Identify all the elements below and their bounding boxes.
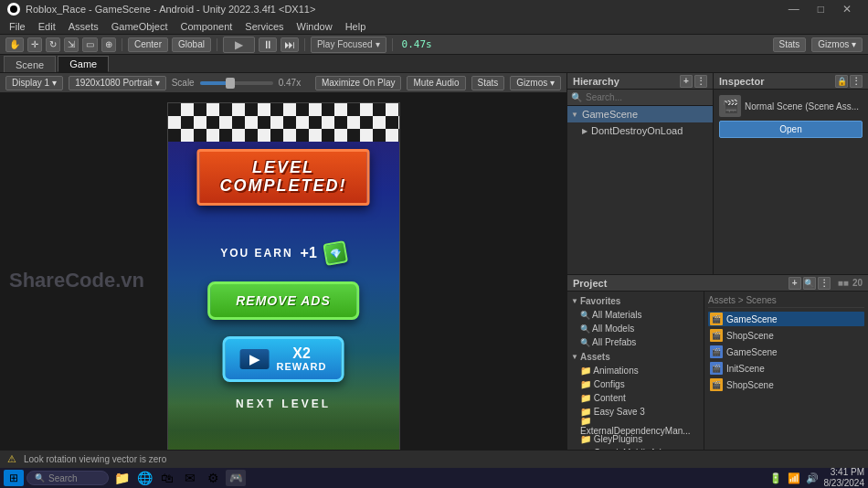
taskbar-wifi-icon: 📶 — [788, 472, 800, 484]
x2-label: X2 — [277, 346, 327, 361]
taskbar-time-display[interactable]: 3:41 PM 8/23/2024 — [824, 467, 865, 488]
play-button[interactable]: ▶ — [223, 37, 255, 53]
rotate-tool[interactable]: ↻ — [46, 37, 60, 52]
status-bar: ⚠ Look rotation viewing vector is zero — [0, 450, 868, 468]
tab-scene[interactable]: Scene — [4, 56, 56, 72]
project-create-btn[interactable]: + — [789, 277, 801, 290]
hierarchy-add-btn[interactable]: + — [680, 75, 693, 88]
scale-value: 0.47x — [279, 78, 301, 88]
game-viewport: ShareCode.vn — [0, 93, 566, 468]
windows-taskbar: ⊞ 🔍 Search 📁 🌐 🛍 ✉ ⚙ 🎮 🔋 📶 🔊 3:41 PM 8/2… — [0, 468, 868, 488]
menu-assets[interactable]: Assets — [63, 18, 104, 35]
stats-toggle[interactable]: Stats — [471, 76, 505, 90]
step-button[interactable]: ⏭ — [281, 37, 299, 52]
game-view-panel: Display 1 ▾ 1920x1080 Portrait ▾ Scale 0… — [0, 73, 566, 468]
project-more-btn[interactable]: ⋮ — [818, 277, 831, 290]
title-bar: Roblox_Race - GameScene - Android - Unit… — [0, 0, 868, 18]
rect-tool[interactable]: ▭ — [82, 37, 98, 52]
taskbar-date: 8/23/2024 — [824, 478, 865, 488]
taskbar-store[interactable]: 🛍 — [157, 470, 177, 486]
menu-file[interactable]: File — [4, 18, 31, 35]
project-search-btn[interactable]: 🔍 — [803, 277, 816, 290]
combined-tool[interactable]: ⊕ — [101, 37, 116, 52]
hierarchy-item-gamescene[interactable]: ▼ GameScene — [567, 106, 713, 122]
tree-item-all-models[interactable]: 🔍 All Models — [567, 322, 704, 335]
tree-item-favorites[interactable]: ▼ Favorites — [567, 293, 704, 308]
tree-item-configs[interactable]: 📁 Configs — [567, 377, 704, 391]
inspector-more-btn[interactable]: ⋮ — [850, 75, 863, 88]
hierarchy-panel-header: Hierarchy + ⋮ — [567, 73, 713, 90]
play-focused-dropdown[interactable]: Play Focused ▾ — [311, 37, 386, 53]
hierarchy-more-btn[interactable]: ⋮ — [694, 75, 707, 88]
checkered-border — [168, 103, 399, 144]
pause-button[interactable]: ⏸ — [259, 37, 277, 52]
tree-item-extdep[interactable]: 📁 ExternalDependencyMan... — [567, 419, 704, 432]
stats-button[interactable]: Stats — [773, 37, 807, 52]
global-local-toggle[interactable]: Global — [172, 37, 211, 52]
hand-tool[interactable]: ✋ — [5, 37, 24, 52]
project-size-icon: 20 — [852, 278, 863, 288]
move-tool[interactable]: ✛ — [27, 37, 42, 52]
taskbar-game[interactable]: 🎮 — [226, 470, 246, 486]
title-bar-left: Roblox_Race - GameScene - Android - Unit… — [7, 3, 315, 16]
asset-shopscene-1[interactable]: 🎬 ShopScene — [708, 328, 864, 343]
unity-logo-icon — [7, 3, 20, 16]
start-button[interactable]: ⊞ — [4, 470, 24, 486]
taskbar-mail[interactable]: ✉ — [180, 470, 200, 486]
search-icon: 🔍 — [571, 92, 582, 102]
scale-label: Scale — [172, 78, 195, 88]
close-button[interactable]: ✕ — [833, 0, 861, 18]
level-completed-banner: LEVEL COMPLETED! — [197, 149, 370, 206]
level-text: LEVEL — [220, 159, 347, 177]
taskbar-battery-icon: 🔋 — [769, 472, 782, 484]
display-dropdown[interactable]: Display 1 ▾ — [5, 76, 63, 90]
menu-edit[interactable]: Edit — [33, 18, 61, 35]
resolution-dropdown[interactable]: 1920x1080 Portrait ▾ — [69, 76, 166, 90]
project-panel-header: Project + 🔍 ⋮ ■■ 20 — [567, 275, 868, 292]
taskbar-search[interactable]: 🔍 Search — [26, 471, 109, 485]
inspector-subtitle: Normal Scene (Scene Ass... — [745, 101, 859, 111]
earn-amount: +1 — [301, 245, 317, 261]
tree-item-content[interactable]: 📁 Content — [567, 391, 704, 405]
menu-help[interactable]: Help — [340, 18, 372, 35]
asset-gamescene-selected[interactable]: 🎬 GameScene — [708, 312, 864, 326]
asset-gamescene-2[interactable]: 🎬 GameScene — [708, 345, 864, 359]
tree-item-assets[interactable]: ▼ Assets — [567, 349, 704, 364]
menu-services[interactable]: Services — [239, 18, 289, 35]
gizmos-button[interactable]: Gizmos ▾ — [811, 37, 863, 52]
inspector-content: 🎬 Normal Scene (Scene Ass... Open — [714, 90, 868, 143]
taskbar-files[interactable]: 📁 — [111, 470, 132, 486]
maximize-on-play[interactable]: Maximize On Play — [315, 76, 402, 90]
taskbar-settings[interactable]: ⚙ — [203, 470, 223, 486]
remove-ads-button[interactable]: REMOVE ADS — [207, 281, 359, 320]
game-screen: LEVEL COMPLETED! YOU EARN +1 💎 REMOVE AD… — [167, 102, 400, 459]
scale-slider[interactable] — [200, 81, 273, 85]
inspector-panel-header: Inspector 🔒 ⋮ — [714, 73, 868, 90]
tab-game[interactable]: Game — [58, 56, 109, 72]
center-pivot-toggle[interactable]: Center — [128, 37, 168, 52]
scale-tool[interactable]: ⇲ — [64, 37, 79, 52]
taskbar-time: 3:41 PM — [831, 467, 864, 478]
menu-component[interactable]: Component — [175, 18, 238, 35]
minimize-button[interactable]: — — [779, 0, 809, 18]
maximize-button[interactable]: □ — [809, 0, 833, 18]
tree-item-all-prefabs[interactable]: 🔍 All Prefabs — [567, 335, 704, 349]
menu-gameobject[interactable]: GameObject — [106, 18, 174, 35]
tree-item-animations[interactable]: 📁 Animations — [567, 364, 704, 377]
asset-shopscene-2[interactable]: 🎬 ShopScene — [708, 377, 864, 392]
reward-label: REWARD — [277, 361, 327, 372]
asset-initscene[interactable]: 🎬 InitScene — [708, 361, 864, 376]
inspector-lock-btn[interactable]: 🔒 — [835, 75, 848, 88]
tree-item-all-materials[interactable]: 🔍 All Materials — [567, 308, 704, 322]
gizmos-toggle[interactable]: Gizmos ▾ — [510, 76, 561, 90]
reward-button[interactable]: ▶ X2 REWARD — [223, 336, 344, 382]
taskbar-browser[interactable]: 🌐 — [134, 470, 154, 486]
hierarchy-item-dontdestroy[interactable]: ▶ DontDestroyOnLoad — [567, 122, 713, 139]
menu-window[interactable]: Window — [291, 18, 338, 35]
watermark-left: ShareCode.vn — [9, 269, 144, 292]
reward-text: X2 REWARD — [277, 346, 327, 372]
mute-audio[interactable]: Mute Audio — [407, 76, 465, 90]
assets-view: Assets > Scenes 🎬 GameScene 🎬 ShopScene … — [704, 292, 868, 451]
hierarchy-search[interactable]: 🔍 — [567, 90, 713, 106]
open-scene-button[interactable]: Open — [719, 121, 863, 138]
